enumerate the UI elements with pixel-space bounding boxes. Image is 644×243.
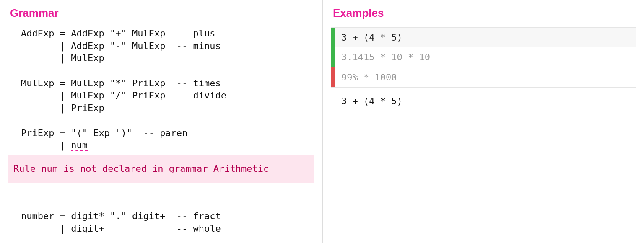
grammar-title: Grammar: [8, 7, 314, 20]
example-row[interactable]: 3 + (4 * 5): [331, 27, 636, 47]
example-text: 99% * 1000: [335, 67, 636, 87]
grammar-code-after: number = digit* "." digit+ -- fract | di…: [21, 211, 221, 234]
examples-list: 3 + (4 * 5) 3.1415 * 10 * 10 99% * 1000: [331, 27, 636, 88]
status-indicator-pass: [331, 28, 335, 47]
grammar-error-token[interactable]: num: [71, 140, 88, 151]
example-row[interactable]: 99% * 1000: [331, 67, 636, 88]
example-detail: 3 + (4 * 5): [331, 88, 636, 111]
example-text: 3 + (4 * 5): [335, 28, 636, 47]
example-text: 3.1415 * 10 * 10: [335, 47, 636, 67]
grammar-code-before: AddExp = AddExp "+" MulExp -- plus | Add…: [21, 28, 226, 150]
grammar-editor[interactable]: AddExp = AddExp "+" MulExp -- plus | Add…: [8, 27, 314, 243]
status-indicator-pass: [331, 47, 335, 67]
grammar-pane: Grammar AddExp = AddExp "+" MulExp -- pl…: [0, 0, 323, 243]
grammar-error-message: Rule num is not declared in grammar Arit…: [8, 155, 314, 183]
example-row[interactable]: 3.1415 * 10 * 10: [331, 47, 636, 67]
examples-title: Examples: [331, 7, 636, 20]
status-indicator-fail: [331, 67, 335, 87]
examples-pane: Examples 3 + (4 * 5) 3.1415 * 10 * 10 99…: [323, 0, 644, 243]
